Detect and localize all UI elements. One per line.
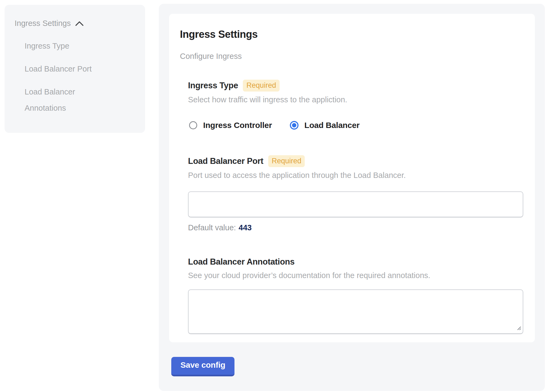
sidebar-item-ingress-type[interactable]: Ingress Type [25,38,106,54]
field-load-balancer-annotations: Load Balancer Annotations See your cloud… [188,256,523,334]
field-label: Load Balancer Port [188,156,263,167]
radio-label: Ingress Controller [203,121,272,130]
load-balancer-port-input[interactable] [188,191,523,217]
field-label: Ingress Type [188,80,238,91]
radio-option-ingress-controller[interactable]: Ingress Controller [189,121,272,130]
required-badge: Required [243,80,280,92]
field-label-row: Load Balancer Port Required [188,155,523,167]
sidebar-item-load-balancer-port[interactable]: Load Balancer Port [25,61,106,77]
field-label-row: Ingress Type Required [188,80,523,92]
page-subtitle: Configure Ingress [180,52,523,61]
ingress-settings-card: Ingress Settings Configure Ingress Ingre… [169,14,535,342]
chevron-up-icon [75,20,84,26]
field-ingress-type: Ingress Type Required Select how traffic… [188,80,523,130]
sidebar-section-toggle[interactable]: Ingress Settings [15,18,137,29]
radio-label: Load Balancer [304,121,360,130]
sidebar-item-list: Ingress Type Load Balancer Port Load Bal… [15,38,137,116]
page: Ingress Settings Ingress Type Load Balan… [0,0,550,392]
ingress-type-radio-group: Ingress Controller Load Balancer [189,121,523,130]
config-panel: Ingress Settings Configure Ingress Ingre… [159,4,545,391]
settings-nav-panel: Ingress Settings Ingress Type Load Balan… [5,5,145,133]
field-description: See your cloud provider’s documentation … [188,271,523,280]
field-load-balancer-port: Load Balancer Port Required Port used to… [188,155,523,232]
required-badge: Required [268,155,305,167]
field-description: Select how traffic will ingress to the a… [188,95,523,104]
field-label: Load Balancer Annotations [188,256,294,267]
load-balancer-annotations-textarea[interactable] [188,289,523,334]
default-value-line: Default value:443 [188,223,523,232]
radio-button-load-balancer[interactable] [290,121,299,130]
page-title: Ingress Settings [180,29,523,40]
radio-button-ingress-controller[interactable] [189,121,197,129]
default-value: 443 [239,223,251,232]
radio-option-load-balancer[interactable]: Load Balancer [290,121,360,130]
sidebar-item-load-balancer-annotations[interactable]: Load Balancer Annotations [25,84,106,116]
default-value-label: Default value: [188,223,236,232]
radio-dot [292,123,296,127]
sidebar-section-title: Ingress Settings [15,18,71,29]
field-description: Port used to access the application thro… [188,170,523,180]
annotations-textarea-wrap [188,289,523,334]
save-config-button[interactable]: Save config [171,357,234,376]
field-label-row: Load Balancer Annotations [188,256,523,267]
